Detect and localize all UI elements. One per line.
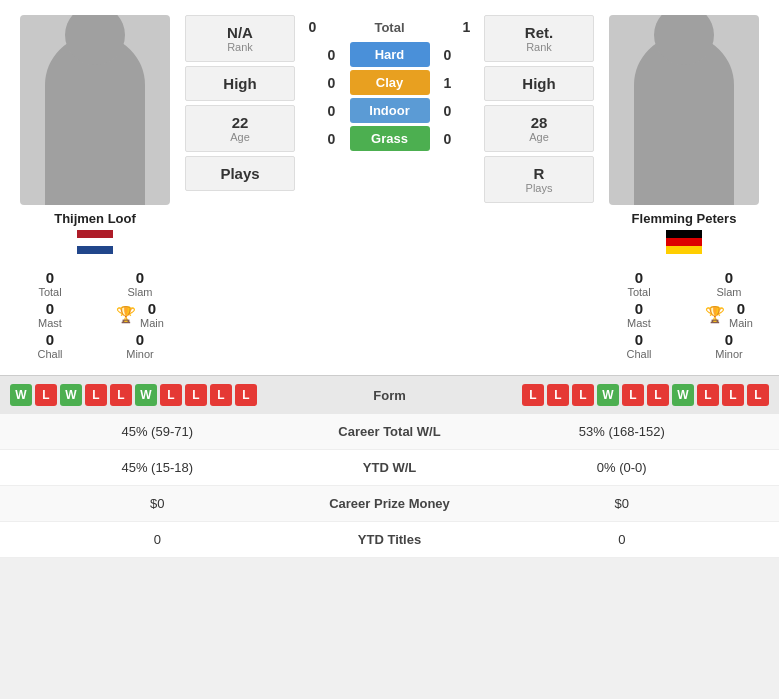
form-label: Form bbox=[350, 388, 430, 403]
stats-middle-1: YTD W/L bbox=[300, 460, 480, 475]
left-main-value: 0 bbox=[148, 300, 156, 317]
left-main-stat: 🏆 0 Main bbox=[100, 300, 180, 329]
right-form-badges: LLLWLLWLLL bbox=[438, 384, 770, 406]
left-minor-stat: 0 Minor bbox=[100, 331, 180, 360]
left-main-label: Main bbox=[140, 317, 164, 329]
right-slam-value: 0 bbox=[725, 269, 733, 286]
right-chall-value: 0 bbox=[635, 331, 643, 348]
left-mast-label: Mast bbox=[38, 317, 62, 329]
left-player-photo bbox=[20, 15, 170, 205]
right-slam-stat: 0 Slam bbox=[689, 269, 769, 298]
left-slam-value: 0 bbox=[136, 269, 144, 286]
right-stats-grid: 0 Total 0 Slam 0 Mast 🏆 0 Main bbox=[599, 269, 769, 360]
right-info-panel: Ret. Rank High 28 Age R Plays bbox=[484, 15, 594, 360]
indoor-row: 0 Indoor 0 bbox=[300, 98, 479, 123]
right-flag bbox=[666, 230, 702, 257]
right-age-label: Age bbox=[490, 131, 588, 143]
stats-right-2: $0 bbox=[480, 496, 765, 511]
clay-right-score: 1 bbox=[438, 75, 458, 91]
right-player-photo bbox=[609, 15, 759, 205]
center-panel: 0 Total 1 0 Hard 0 0 Clay 1 0 Indoor 0 bbox=[300, 15, 479, 360]
left-age-value: 22 bbox=[191, 114, 289, 131]
left-plays-value: Plays bbox=[191, 165, 289, 182]
right-plays-value: R bbox=[490, 165, 588, 182]
hard-left-score: 0 bbox=[322, 47, 342, 63]
grass-row: 0 Grass 0 bbox=[300, 126, 479, 151]
main-container: Thijmen Loof 0 Total 0 Slam bbox=[0, 0, 779, 558]
total-left-score: 0 bbox=[300, 19, 325, 35]
right-player-name: Flemming Peters bbox=[632, 211, 737, 226]
left-rank-box: N/A Rank bbox=[185, 15, 295, 62]
left-player-name: Thijmen Loof bbox=[54, 211, 136, 226]
clay-badge: Clay bbox=[350, 70, 430, 95]
left-trophy-icon: 🏆 bbox=[116, 305, 136, 324]
left-chall-value: 0 bbox=[46, 331, 54, 348]
right-rank-box: Ret. Rank bbox=[484, 15, 594, 62]
stats-left-2: $0 bbox=[15, 496, 300, 511]
left-form-badge-w: W bbox=[10, 384, 32, 406]
grass-left-score: 0 bbox=[322, 131, 342, 147]
indoor-badge: Indoor bbox=[350, 98, 430, 123]
right-form-badge-l: L bbox=[622, 384, 644, 406]
clay-left-score: 0 bbox=[322, 75, 342, 91]
stats-middle-3: YTD Titles bbox=[300, 532, 480, 547]
left-age-box: 22 Age bbox=[185, 105, 295, 152]
stats-row-3: 0YTD Titles0 bbox=[0, 522, 779, 558]
stats-right-1: 0% (0-0) bbox=[480, 460, 765, 475]
left-silhouette bbox=[45, 35, 145, 205]
right-chall-label: Chall bbox=[626, 348, 651, 360]
right-main-stat: 🏆 0 Main bbox=[689, 300, 769, 329]
left-player-card: Thijmen Loof 0 Total 0 Slam bbox=[10, 15, 180, 360]
left-form-badge-l: L bbox=[35, 384, 57, 406]
left-form-badges: WLWLLWLLLL bbox=[10, 384, 342, 406]
right-chall-stat: 0 Chall bbox=[599, 331, 679, 360]
left-chall-stat: 0 Chall bbox=[10, 331, 90, 360]
right-form-badge-l: L bbox=[572, 384, 594, 406]
left-form-badge-l: L bbox=[160, 384, 182, 406]
left-high-box: High bbox=[185, 66, 295, 101]
left-stats-grid: 0 Total 0 Slam 0 Mast 🏆 0 Main bbox=[10, 269, 180, 360]
grass-badge: Grass bbox=[350, 126, 430, 151]
left-total-label: Total bbox=[38, 286, 61, 298]
right-slam-label: Slam bbox=[716, 286, 741, 298]
left-plays-box: Plays bbox=[185, 156, 295, 191]
right-minor-stat: 0 Minor bbox=[689, 331, 769, 360]
right-minor-label: Minor bbox=[715, 348, 743, 360]
flag-nl-icon bbox=[77, 230, 113, 254]
left-minor-label: Minor bbox=[126, 348, 154, 360]
right-form-badge-w: W bbox=[597, 384, 619, 406]
stats-row-1: 45% (15-18)YTD W/L0% (0-0) bbox=[0, 450, 779, 486]
svg-rect-1 bbox=[77, 238, 113, 246]
left-total-stat: 0 Total bbox=[10, 269, 90, 298]
right-main-label: Main bbox=[729, 317, 753, 329]
left-form-badge-w: W bbox=[60, 384, 82, 406]
svg-rect-4 bbox=[666, 238, 702, 246]
left-form-badge-l: L bbox=[210, 384, 232, 406]
stats-rows: 45% (59-71)Career Total W/L53% (168-152)… bbox=[0, 414, 779, 558]
left-rank-label: Rank bbox=[191, 41, 289, 53]
stats-right-3: 0 bbox=[480, 532, 765, 547]
stats-row-0: 45% (59-71)Career Total W/L53% (168-152) bbox=[0, 414, 779, 450]
right-mast-value: 0 bbox=[635, 300, 643, 317]
left-rank-value: N/A bbox=[191, 24, 289, 41]
form-section: WLWLLWLLLL Form LLLWLLWLLL bbox=[0, 375, 779, 414]
left-mast-value: 0 bbox=[46, 300, 54, 317]
total-right-score: 1 bbox=[454, 19, 479, 35]
svg-rect-5 bbox=[666, 246, 702, 254]
left-mast-stat: 0 Mast bbox=[10, 300, 90, 329]
stats-middle-0: Career Total W/L bbox=[300, 424, 480, 439]
players-section: Thijmen Loof 0 Total 0 Slam bbox=[0, 0, 779, 375]
stats-right-0: 53% (168-152) bbox=[480, 424, 765, 439]
left-chall-label: Chall bbox=[37, 348, 62, 360]
right-high-box: High bbox=[484, 66, 594, 101]
right-form-badge-w: W bbox=[672, 384, 694, 406]
left-form-badge-w: W bbox=[135, 384, 157, 406]
clay-row: 0 Clay 1 bbox=[300, 70, 479, 95]
right-form-badge-l: L bbox=[747, 384, 769, 406]
indoor-left-score: 0 bbox=[322, 103, 342, 119]
left-high-value: High bbox=[191, 75, 289, 92]
right-form-badge-l: L bbox=[722, 384, 744, 406]
hard-row: 0 Hard 0 bbox=[300, 42, 479, 67]
indoor-right-score: 0 bbox=[438, 103, 458, 119]
right-mast-label: Mast bbox=[627, 317, 651, 329]
